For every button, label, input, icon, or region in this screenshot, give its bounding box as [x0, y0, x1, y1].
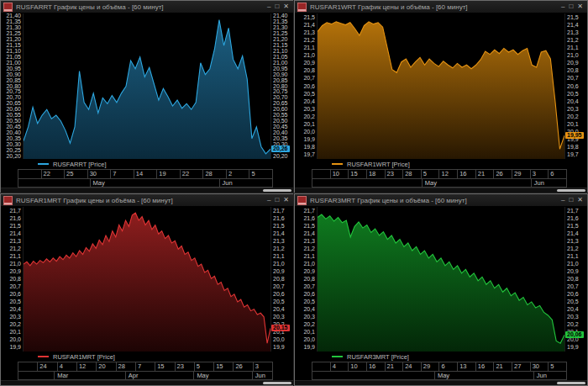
- window-title: RUSFAR3MRT График цены и объёма - [60 ми…: [310, 197, 561, 204]
- price-chart-plot[interactable]: [317, 207, 565, 352]
- y-axis-tick-label: 21,5: [567, 14, 579, 21]
- y-axis-tick-label: 21,3: [303, 29, 315, 36]
- chart-window-icon: [297, 196, 307, 205]
- x-axis-day-cell: 10: [348, 362, 366, 371]
- y-axis-tick-label: 20,6: [9, 291, 21, 298]
- horizontal-scrollbar[interactable]: [295, 188, 587, 193]
- x-axis-month-cell: May: [434, 372, 533, 379]
- chart-window-rusfar3mrt: RUSFAR3MRT График цены и объёма - [60 ми…: [294, 193, 588, 386]
- x-axis-month-cell: May: [90, 179, 219, 187]
- y-axis-tick-label: 21,2: [303, 37, 315, 44]
- y-axis-tick-label: 21,1: [567, 45, 579, 51]
- y-axis-tick-label: 21,5: [9, 223, 21, 230]
- y-axis-tick-label: 20,3: [273, 314, 285, 320]
- x-axis-day-cell: 3: [253, 362, 272, 371]
- x-axis-month-cell: [312, 179, 422, 187]
- window-titlebar[interactable]: RUSFAR1MRT График цены и объёма - [60 ми…: [1, 194, 293, 207]
- y-axis-left: 21,721,621,521,421,321,221,121,020,920,8…: [295, 207, 317, 352]
- y-axis-tick-label: 20,8: [303, 276, 315, 283]
- price-area: [24, 20, 270, 159]
- x-axis-day-cell: 12: [438, 170, 457, 178]
- y-axis-tick-label: 21,7: [9, 208, 21, 214]
- price-chart-plot[interactable]: [317, 13, 565, 159]
- maximize-button[interactable]: □: [569, 3, 573, 10]
- y-axis-tick-label: 20,9: [567, 60, 579, 66]
- x-axis-months-row: MarAprMayJun: [18, 371, 273, 380]
- y-axis-tick-label: 20,1: [303, 329, 315, 336]
- price-chart-plot[interactable]: [23, 13, 271, 159]
- y-axis-tick-label: 20,1: [303, 121, 315, 128]
- y-axis-tick-label: 20,1: [9, 329, 21, 336]
- window-titlebar[interactable]: RUSFAR1WRT График цены и объёма - [60 ми…: [295, 1, 587, 13]
- y-axis-tick-label: 20,7: [9, 283, 21, 290]
- y-axis-tick-label: 20,8: [567, 276, 579, 283]
- y-axis-tick-label: 20,0: [303, 129, 315, 135]
- legend-series-label: RUSFARRT [Price]: [53, 161, 107, 168]
- minimize-button[interactable]: –: [561, 3, 564, 10]
- horizontal-scrollbar[interactable]: [295, 380, 587, 385]
- y-axis-tick-label: 21,0: [567, 52, 579, 59]
- window-title: RUSFAR1WRT График цены и объёма - [60 ми…: [310, 3, 561, 11]
- y-axis-tick-label: 21,3: [273, 238, 285, 245]
- y-axis-tick-label: 20,7: [567, 75, 579, 82]
- x-axis-day-cell: 16: [457, 170, 475, 178]
- horizontal-scrollbar[interactable]: [1, 380, 293, 385]
- y-axis-tick-label: 21,2: [567, 37, 579, 44]
- x-axis-day-cell: 12: [76, 362, 96, 371]
- close-button[interactable]: ✕: [283, 197, 289, 204]
- minimize-button[interactable]: –: [267, 197, 270, 204]
- horizontal-scrollbar[interactable]: [1, 188, 293, 193]
- legend-series-dash: [38, 356, 49, 357]
- x-axis: 10151823285121621262936 MayJun: [295, 169, 587, 188]
- maximize-button[interactable]: □: [569, 197, 573, 204]
- x-axis-day-cell: 28: [402, 170, 421, 178]
- scrollbar-thumb[interactable]: [263, 189, 291, 192]
- x-axis-day-cell: 25: [64, 170, 87, 178]
- x-axis-months-row: MayJun: [18, 178, 273, 188]
- y-axis-tick-label: 20,7: [303, 283, 315, 290]
- y-axis-tick-label: 21,5: [567, 223, 579, 230]
- y-axis-tick-label: 21,6: [273, 215, 285, 222]
- y-axis-tick-label: 21,1: [273, 253, 285, 260]
- close-button[interactable]: ✕: [577, 3, 583, 10]
- y-axis-tick-label: 20,20: [6, 153, 21, 160]
- y-axis-tick-label: 21,0: [9, 261, 21, 267]
- x-axis-day-cell: 19: [156, 170, 180, 178]
- scrollbar-thumb[interactable]: [557, 189, 585, 192]
- y-axis-tick-label: 19,8: [303, 144, 315, 151]
- scrollbar-thumb[interactable]: [263, 382, 291, 384]
- price-chart-plot[interactable]: [23, 207, 271, 352]
- y-axis-tick-label: 21,5: [273, 223, 285, 230]
- y-axis-tick-label: 21,2: [567, 246, 579, 252]
- minimize-button[interactable]: –: [561, 197, 564, 204]
- window-titlebar[interactable]: RUSFAR3MRT График цены и объёма - [60 ми…: [295, 194, 587, 207]
- close-button[interactable]: ✕: [283, 3, 289, 10]
- y-axis-tick-label: 20,4: [303, 98, 315, 105]
- close-button[interactable]: ✕: [577, 197, 583, 204]
- y-axis-left: 21,521,421,321,221,121,020,920,820,720,6…: [295, 13, 317, 159]
- x-axis-day-cell: 23: [385, 170, 403, 178]
- x-axis-day-cell: 26: [493, 170, 512, 178]
- y-axis-tick-label: 21,7: [273, 208, 285, 214]
- window-titlebar[interactable]: RUSFARRT График цены и объёма - [60 мину…: [1, 1, 293, 13]
- x-axis-day-cell: 5: [249, 170, 272, 178]
- y-axis-tick-label: 21,4: [567, 230, 579, 237]
- maximize-button[interactable]: □: [275, 3, 279, 10]
- x-axis-day-cell: 20: [96, 362, 115, 371]
- x-axis-day-cell: 13: [457, 362, 475, 371]
- mdi-workspace: RUSFARRT График цены и объёма - [60 мину…: [0, 0, 588, 386]
- scrollbar-thumb[interactable]: [557, 382, 585, 384]
- y-axis-tick-label: 19,9: [9, 344, 21, 351]
- maximize-button[interactable]: □: [275, 197, 279, 204]
- y-axis-tick-label: 20,9: [303, 268, 315, 275]
- y-axis-tick-label: 20,8: [273, 276, 285, 283]
- y-axis-tick-label: 20,1: [567, 121, 579, 128]
- x-axis-day-cell: 5: [194, 362, 213, 371]
- x-axis-day-cell: 6: [548, 170, 566, 178]
- y-axis-tick-label: 20,5: [9, 299, 21, 305]
- x-axis-day-cell: [312, 362, 330, 371]
- minimize-button[interactable]: –: [267, 3, 270, 10]
- x-axis-day-cell: [312, 170, 330, 178]
- y-axis-right: 20,1521,721,621,521,421,321,221,121,020,…: [271, 207, 293, 352]
- y-axis-tick-label: 20,4: [303, 306, 315, 313]
